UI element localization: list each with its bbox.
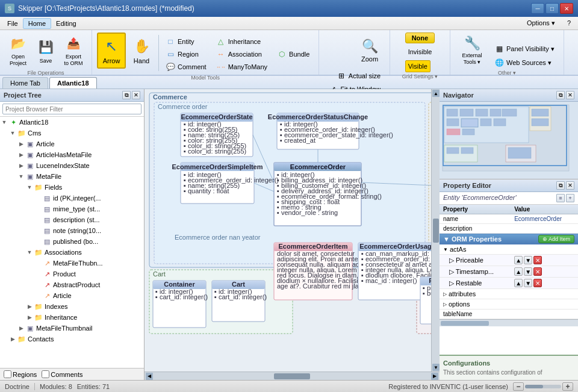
web-sources-button[interactable]: 🌐 Web Sources ▾ (490, 57, 559, 69)
bundle-button[interactable]: ⬡ Bundle (273, 48, 314, 60)
tab-home[interactable]: Home Tab (2, 77, 48, 89)
tree-item-atlantic18[interactable]: ▼ ✦ Atlantic18 (0, 117, 144, 128)
tree-item-description[interactable]: ▶ ▤ description (st... (0, 214, 144, 225)
tree-item-metafilethubn[interactable]: ▶ ↗ MetaFileThubn... (0, 258, 144, 269)
timestamp-up-button[interactable]: ▲ (514, 267, 523, 276)
panel-visibility-button[interactable]: ▦ Panel Visibility ▾ (490, 43, 559, 55)
navigator-content[interactable] (440, 102, 578, 179)
vscroll-up[interactable]: ▲ (432, 90, 440, 97)
absprod-expander[interactable]: ▶ (34, 281, 42, 289)
prop-row-timestamp[interactable]: ▷ Timestamp... ▲ ▼ ✕ (440, 266, 578, 278)
export-to-orm-button[interactable]: 📤 Exportto ORM (60, 33, 87, 69)
hscroll-left[interactable]: ◀ (146, 373, 153, 380)
menu-options[interactable]: Options ▾ (522, 18, 560, 28)
id-expander[interactable]: ▶ (34, 194, 42, 202)
prop-row-actas[interactable]: ▼ actAs (440, 244, 578, 255)
project-tree-close-button[interactable]: ✕ (132, 91, 140, 99)
none-button[interactable]: None (405, 33, 435, 43)
desc-expander[interactable]: ▶ (34, 216, 42, 224)
invisible-button[interactable]: Invisible (405, 46, 435, 58)
article2-expander[interactable]: ▶ (34, 291, 42, 300)
vscroll-thumb[interactable] (433, 219, 439, 243)
menu-file[interactable]: File (2, 19, 23, 28)
priceable-up-button[interactable]: ▲ (514, 256, 523, 264)
tree-item-article[interactable]: ▶ ▣ Article (0, 138, 144, 149)
comment-button[interactable]: 💬 Comment (161, 61, 211, 73)
prop-row-description[interactable]: description (440, 224, 578, 234)
add-item-button[interactable]: ⊕ Add Item (538, 235, 574, 243)
tree-item-published[interactable]: ▶ ▤ published (bo... (0, 236, 144, 247)
timestamp-down-button[interactable]: ▼ (524, 267, 532, 276)
open-project-button[interactable]: 📂 OpenProject (5, 33, 31, 69)
maximize-button[interactable]: □ (545, 3, 559, 14)
note-expander[interactable]: ▶ (34, 226, 42, 235)
canvas-vscroll[interactable]: ▲ ▼ (431, 89, 440, 372)
external-tools-button[interactable]: 🔧 ExternalTools ▾ (455, 33, 489, 69)
inh-expander[interactable]: ▶ (25, 313, 34, 322)
zoom-in-button[interactable]: + (562, 382, 573, 391)
luceneindexstate-expander[interactable]: ▶ (17, 161, 25, 170)
mthubn-expander[interactable]: ▶ (34, 259, 42, 267)
prop-row-priceable[interactable]: ▷ Priceable ▲ ▼ ✕ (440, 255, 578, 266)
tree-item-associations[interactable]: ▼ 📁 Associations (0, 247, 144, 258)
prop-scroll[interactable]: Property Value name EcommerceOrder descr… (440, 205, 578, 355)
project-tree-float-button[interactable]: ⧉ (122, 91, 131, 99)
hand-tool-button[interactable]: ✋ Hand (127, 33, 156, 69)
arrow-tool-button[interactable]: ↖ Arrow (97, 33, 126, 69)
tree-item-inheritance[interactable]: ▶ 📁 Inheritance (0, 312, 144, 323)
assoc-expander[interactable]: ▼ (25, 248, 34, 257)
regions-checkbox-label[interactable]: Regions (4, 370, 37, 378)
regions-checkbox[interactable] (4, 370, 11, 378)
comments-checkbox[interactable] (42, 370, 49, 378)
save-button[interactable]: 💾 Save (33, 33, 59, 69)
tree-item-product[interactable]: ▶ ↗ Product (0, 269, 144, 279)
idx-expander[interactable]: ▶ (25, 302, 34, 311)
canvas-main[interactable]: Commerce Commerce order Delivery and pay… (144, 89, 431, 372)
region-button[interactable]: ▭ Region (161, 48, 211, 60)
tree-item-abstractproduct[interactable]: ▶ ↗ AbstractProduct (0, 279, 144, 290)
tree-item-note[interactable]: ▶ ▤ note (string(10... (0, 225, 144, 236)
tree-item-fields[interactable]: ▼ 📁 Fields (0, 182, 144, 193)
comments-checkbox-label[interactable]: Comments (42, 370, 82, 378)
prop-row-options[interactable]: ▷ options (440, 299, 578, 310)
timestamp-delete-button[interactable]: ✕ (533, 267, 542, 276)
prop-row-restable[interactable]: ▷ Restable ▲ ▼ ✕ (440, 278, 578, 289)
tree-scroll[interactable]: ▼ ✦ Atlantic18 ▼ 📁 Cms ▶ ▣ Article ▶ ▣ A… (0, 117, 144, 368)
hscroll-thumb[interactable] (274, 373, 310, 379)
prop-hscroll[interactable] (440, 319, 578, 326)
manytomany-button[interactable]: ↔↔ ManyToMany (212, 61, 272, 73)
cms-expander[interactable]: ▼ (8, 129, 17, 137)
mime-expander[interactable]: ▶ (34, 205, 42, 213)
article-expander[interactable]: ▶ (17, 140, 25, 148)
atlantic18-expander[interactable]: ▼ (0, 118, 8, 126)
priceable-delete-button[interactable]: ✕ (533, 256, 542, 264)
fields-expander[interactable]: ▼ (25, 183, 34, 191)
entity-button[interactable]: □ Entity (161, 36, 211, 48)
restable-down-button[interactable]: ▼ (524, 279, 532, 287)
prop-editor-close-button[interactable]: ✕ (566, 181, 574, 190)
tree-item-cms[interactable]: ▼ 📁 Cms (0, 128, 144, 138)
mft-expander[interactable]: ▶ (17, 324, 25, 332)
zoom-out-button[interactable]: − (513, 382, 524, 391)
tree-item-mime-type[interactable]: ▶ ▤ mime_type (st... (0, 204, 144, 214)
prop-list-view-button[interactable]: ≡ (556, 194, 565, 202)
search-input[interactable] (2, 104, 141, 114)
vscroll-down[interactable]: ▼ (432, 364, 440, 371)
prop-add-button[interactable]: + (566, 194, 574, 202)
menu-editing[interactable]: Editing (51, 19, 81, 28)
hscroll-right[interactable]: ▶ (431, 373, 438, 380)
contacts-expander[interactable]: ▶ (8, 335, 17, 343)
navigator-close-button[interactable]: ✕ (566, 91, 574, 99)
product-expander[interactable]: ▶ (34, 270, 42, 278)
metafile-expander[interactable]: ▼ (17, 172, 25, 181)
zoom-slider[interactable] (525, 385, 561, 388)
tree-item-id[interactable]: ▶ ▤ id (PK,integer(... (0, 193, 144, 204)
prop-row-name[interactable]: name EcommerceOrder (440, 214, 578, 224)
inheritance-button[interactable]: △ Inheritance (212, 36, 272, 48)
tree-item-article2[interactable]: ▶ ↗ Article (0, 290, 144, 301)
zoom-button[interactable]: 🔍 Zoom (355, 33, 385, 69)
canvas-hscroll[interactable]: ◀ ▶ (144, 372, 440, 380)
pub-expander[interactable]: ▶ (34, 237, 42, 246)
diagram-svg[interactable]: Commerce Commerce order Delivery and pay… (144, 89, 431, 372)
visible-button[interactable]: Visible (405, 60, 430, 72)
